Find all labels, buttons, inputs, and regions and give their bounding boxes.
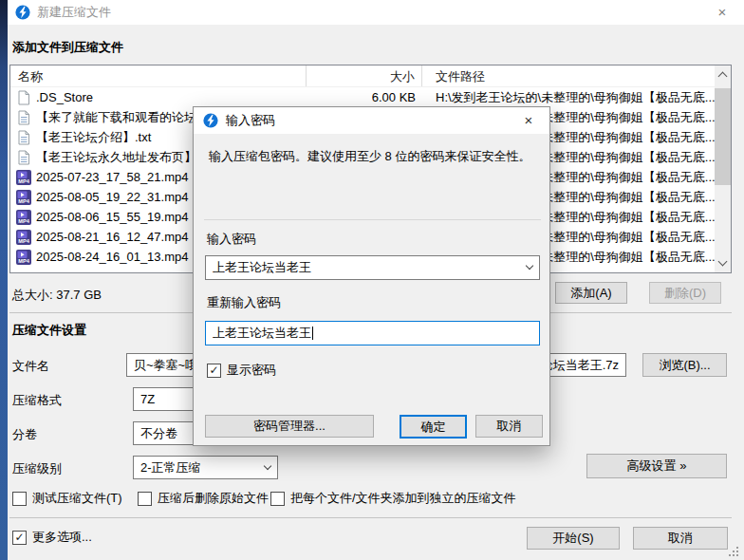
app-icon [15, 5, 30, 20]
filename-label: 文件名 [12, 358, 49, 375]
delete-after-checkbox[interactable] [138, 492, 152, 506]
dialog-title-bar: 输入密码 [194, 107, 549, 134]
cancel-button[interactable]: 取消 [633, 527, 728, 550]
column-header-path[interactable]: 文件路径 [422, 65, 731, 86]
dialog-cancel-button[interactable]: 取消 [475, 415, 543, 438]
chevron-down-icon [526, 262, 533, 270]
divider [204, 219, 541, 220]
password-input[interactable]: 上老王论坛当老王 [205, 255, 540, 280]
text-file-icon [16, 150, 31, 165]
mp4-icon: MP4 [16, 230, 31, 245]
delete-button[interactable]: 删除(D) [649, 282, 721, 304]
volume-label: 分卷 [12, 426, 37, 443]
mp4-icon: MP4 [16, 250, 31, 265]
scroll-up-icon[interactable] [715, 65, 731, 83]
advanced-settings-button[interactable]: 高级设置 » [586, 454, 727, 478]
password-label: 输入密码 [207, 231, 256, 248]
separate-archives-label: 把每个文件/文件夹添加到独立的压缩文件 [290, 490, 516, 507]
show-password-label: 显示密码 [227, 362, 276, 379]
file-name: 【老王论坛永久地址发布页】.txt [36, 149, 213, 166]
text-caret [312, 327, 313, 340]
file-name: 2025-07-23_17_58_21.mp4 [36, 170, 188, 184]
svg-text:MP4: MP4 [18, 238, 29, 244]
blank-file-icon [16, 90, 31, 105]
column-header-size[interactable]: 大小 [307, 65, 422, 86]
volume-value: 不分卷 [140, 425, 177, 442]
level-value: 2-正常压缩 [140, 459, 201, 476]
file-name: 2025-08-05_19_22_31.mp4 [36, 190, 188, 204]
delete-after-label: 压缩后删除原始文件 [158, 490, 269, 507]
more-options-label: 更多选项... [32, 529, 92, 546]
test-archive-label: 测试压缩文件(T) [32, 490, 122, 507]
text-file-icon [16, 130, 31, 145]
confirm-password-input[interactable]: 上老王论坛当老王 [205, 321, 540, 345]
more-options-checkbox[interactable]: ✓ [12, 531, 27, 545]
scrollbar[interactable] [715, 65, 731, 272]
svg-text:MP4: MP4 [18, 198, 29, 204]
total-size-label: 总大小: 37.7 GB [12, 287, 102, 304]
mp4-icon: MP4 [16, 210, 31, 225]
file-list-header: 名称 大小 文件路径 [10, 65, 731, 87]
resize-grip-icon[interactable] [729, 547, 731, 549]
filename-value-right: 论坛当老王.7z [541, 357, 619, 374]
window-title: 新建压缩文件 [37, 4, 111, 21]
filename-value-left: 贝~拳塞~哦 [134, 357, 197, 374]
dialog-title: 输入密码 [226, 112, 275, 129]
mp4-icon: MP4 [16, 190, 31, 205]
column-header-name[interactable]: 名称 [10, 65, 307, 86]
enter-password-dialog: 输入密码 × 输入压缩包密码。建议使用至少 8 位的密码来保证安全性。 输入密码… [193, 106, 550, 446]
close-icon[interactable]: × [512, 107, 546, 134]
start-button[interactable]: 开始(S) [527, 527, 620, 550]
show-password-checkbox[interactable]: ✓ [207, 364, 221, 378]
ok-button[interactable]: 确定 [400, 415, 467, 439]
separate-archives-checkbox[interactable] [270, 492, 285, 506]
file-name: .DS_Store [36, 90, 93, 104]
file-name: 2025-08-21_16_12_47.mp4 [36, 230, 188, 244]
confirm-password-value: 上老王论坛当老王 [213, 325, 311, 342]
file-name: 2025-08-06_15_55_19.mp4 [36, 210, 188, 224]
app-icon [203, 113, 218, 128]
svg-text:MP4: MP4 [18, 178, 29, 184]
format-value: 7Z [140, 392, 155, 406]
password-value: 上老王论坛当老王 [213, 259, 311, 276]
title-bar: 新建压缩文件 [8, 0, 744, 25]
scrollbar-thumb[interactable] [715, 88, 731, 185]
chevron-down-icon [264, 461, 271, 469]
screen: 新建压缩文件 × 添加文件到压缩文件 名称 大小 文件路径 .DS_Store6… [0, 0, 744, 560]
file-name: 2025-08-24_16_01_13.mp4 [36, 250, 188, 264]
file-path: H:\发到老王论坛的\未整理的\母狗御姐【极品无底... [422, 89, 715, 106]
confirm-password-label: 重新输入密码 [207, 294, 281, 311]
file-size: 6.00 KB [307, 90, 422, 104]
section-title-archive-settings: 压缩文件设置 [12, 322, 86, 339]
text-file-icon [16, 110, 31, 125]
test-archive-checkbox[interactable] [12, 492, 27, 506]
svg-text:MP4: MP4 [18, 258, 29, 264]
dialog-description: 输入压缩包密码。建议使用至少 8 位的密码来保证安全性。 [209, 148, 541, 165]
level-label: 压缩级别 [12, 460, 62, 477]
format-label: 压缩格式 [12, 392, 62, 409]
table-row[interactable]: .DS_Store6.00 KBH:\发到老王论坛的\未整理的\母狗御姐【极品无… [10, 87, 715, 107]
file-name: 【来了就能下载和观看的论坛， [36, 109, 209, 126]
background-window-strip [0, 0, 8, 560]
mp4-icon: MP4 [16, 170, 31, 185]
close-icon[interactable]: × [706, 0, 738, 25]
level-select[interactable]: 2-正常压缩 [133, 456, 278, 479]
divider [9, 517, 732, 518]
section-title-add-files: 添加文件到压缩文件 [12, 39, 123, 56]
password-manager-button[interactable]: 密码管理器... [205, 415, 374, 438]
scroll-down-icon[interactable] [715, 255, 731, 272]
browse-button[interactable]: 浏览(B)... [642, 353, 727, 377]
svg-text:MP4: MP4 [18, 218, 29, 224]
file-name: 【老王论坛介绍】.txt [36, 129, 151, 146]
add-button[interactable]: 添加(A) [555, 282, 627, 304]
